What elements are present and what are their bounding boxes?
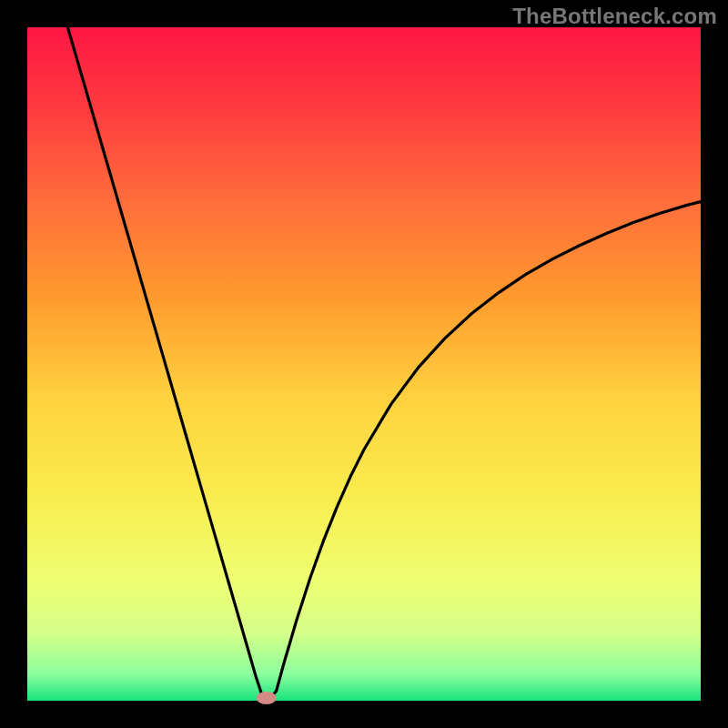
watermark-text: TheBottleneck.com: [512, 4, 717, 29]
plot-background: [27, 27, 701, 701]
chart-frame: TheBottleneck.com: [0, 0, 728, 728]
minimum-marker: [257, 692, 277, 704]
bottleneck-chart: [0, 0, 728, 728]
